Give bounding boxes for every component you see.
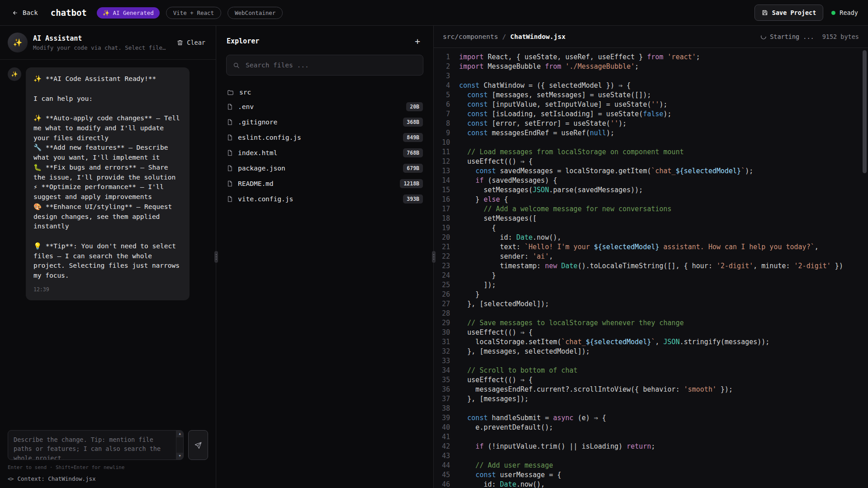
code-line-28[interactable]: 28 — [434, 309, 868, 318]
code-line-46[interactable]: 46 id: Date.now(), — [434, 480, 868, 488]
code-line-33[interactable]: 33 — [434, 356, 868, 366]
file-name: src — [239, 89, 251, 96]
code-line-6[interactable]: 6 const [inputValue, setInputValue] = us… — [434, 100, 868, 109]
code-line-34[interactable]: 34 // Scroll to bottom of chat — [434, 366, 868, 375]
code-line-43[interactable]: 43 — [434, 451, 868, 461]
save-project-button[interactable]: Save Project — [754, 5, 824, 21]
line-content: localStorage.setItem(`chat_${selectedMod… — [459, 337, 769, 347]
line-number: 33 — [434, 356, 459, 366]
chat-input[interactable] — [8, 431, 176, 460]
code-line-4[interactable]: 4const ChatWindow = ({ selectedModel }) … — [434, 81, 868, 90]
code-line-27[interactable]: 27 }, [selectedModel]); — [434, 299, 868, 309]
line-content: useEffect(() ⇒ { — [459, 328, 533, 337]
file-row-.gitignore[interactable]: .gitignore368B — [222, 114, 428, 130]
code-line-40[interactable]: 40 e.preventDefault(); — [434, 423, 868, 432]
panel-resize-handle[interactable] — [214, 251, 218, 263]
search-input[interactable] — [245, 61, 417, 69]
code-line-14[interactable]: 14 if (savedMessages) { — [434, 176, 868, 185]
back-button[interactable]: Back — [10, 6, 40, 19]
file-name: package.json — [238, 165, 285, 172]
line-content: const [messages, setMessages] = useState… — [459, 90, 651, 100]
code-line-42[interactable]: 42 if (!inputValue.trim() || isLoading) … — [434, 442, 868, 451]
code-line-12[interactable]: 12 useEffect(() ⇒ { — [434, 157, 868, 166]
chat-messages-scroll[interactable]: ✨ ✨ **AI Code Assistant Ready!**I can he… — [0, 60, 216, 424]
code-line-26[interactable]: 26 } — [434, 290, 868, 299]
code-line-21[interactable]: 21 text: `Hello! I'm your ${selectedMode… — [434, 242, 868, 252]
chat-message-text: ✨ **AI Code Assistant Ready!**I can help… — [33, 74, 182, 281]
file-icon — [227, 195, 233, 203]
line-content: // Load messages from localStorage on co… — [459, 147, 684, 157]
line-content: { — [459, 223, 496, 233]
code-line-36[interactable]: 36 messagesEndRef.current?.scrollIntoVie… — [434, 385, 868, 394]
code-line-35[interactable]: 35 useEffect(() ⇒ { — [434, 375, 868, 385]
file-icon — [227, 149, 233, 156]
code-line-29[interactable]: 29 // Save messages to localStorage when… — [434, 318, 868, 328]
folder-row-src[interactable]: src — [222, 85, 428, 99]
line-content: text: `Hello! I'm your ${selectedModel} … — [459, 242, 819, 252]
code-line-41[interactable]: 41 — [434, 432, 868, 442]
code-line-15[interactable]: 15 setMessages(JSON.parse(savedMessages)… — [434, 185, 868, 195]
line-content: const [isLoading, setIsLoading] = useSta… — [459, 109, 672, 119]
file-row-README.md[interactable]: README.md1218B — [222, 176, 428, 191]
code-line-16[interactable]: 16 } else { — [434, 195, 868, 204]
code-line-9[interactable]: 9 const messagesEndRef = useRef(null); — [434, 128, 868, 138]
code-editor[interactable]: 1import React, { useState, useRef, useEf… — [434, 48, 868, 488]
send-button[interactable] — [188, 430, 208, 460]
file-row-.env[interactable]: .env20B — [222, 99, 428, 114]
code-line-22[interactable]: 22 sender: 'ai', — [434, 252, 868, 261]
line-content: import React, { useState, useRef, useEff… — [459, 52, 700, 62]
code-line-17[interactable]: 17 // Add a welcome message for new conv… — [434, 204, 868, 214]
line-content: useEffect(() ⇒ { — [459, 157, 533, 166]
scroll-down-icon[interactable]: ▼ — [176, 453, 183, 460]
clear-chat-button[interactable]: Clear — [174, 36, 208, 49]
scroll-up-icon[interactable]: ▲ — [176, 431, 183, 437]
file-row-vite.config.js[interactable]: vite.config.js393B — [222, 191, 428, 207]
sparkle-icon: ✨ — [103, 9, 110, 16]
code-line-13[interactable]: 13 const savedMessages = localStorage.ge… — [434, 166, 868, 176]
file-size-badge: 849B — [403, 133, 423, 142]
code-line-44[interactable]: 44 // Add user message — [434, 461, 868, 470]
line-number: 29 — [434, 318, 459, 328]
code-line-7[interactable]: 7 const [isLoading, setIsLoading] = useS… — [434, 109, 868, 119]
code-line-18[interactable]: 18 setMessages([ — [434, 214, 868, 223]
code-line-30[interactable]: 30 useEffect(() ⇒ { — [434, 328, 868, 337]
runtime-badge: WebContainer — [228, 7, 283, 19]
code-line-20[interactable]: 20 id: Date.now(), — [434, 233, 868, 242]
code-line-10[interactable]: 10 — [434, 138, 868, 147]
code-line-37[interactable]: 37 }, [messages]); — [434, 394, 868, 404]
code-line-31[interactable]: 31 localStorage.setItem(`chat_${selected… — [434, 337, 868, 347]
file-row-eslint.config.js[interactable]: eslint.config.js849B — [222, 130, 428, 145]
line-number: 34 — [434, 366, 459, 375]
code-line-5[interactable]: 5 const [messages, setMessages] = useSta… — [434, 90, 868, 100]
code-line-2[interactable]: 2import MessageBubble from './MessageBub… — [434, 62, 868, 71]
line-content: const [inputValue, setInputValue] = useS… — [459, 100, 668, 109]
file-row-index.html[interactable]: index.html768B — [222, 145, 428, 161]
code-line-25[interactable]: 25 ]); — [434, 280, 868, 290]
code-line-32[interactable]: 32 }, [messages, selectedModel]); — [434, 347, 868, 356]
code-line-3[interactable]: 3 — [434, 71, 868, 81]
line-content: }, [messages, selectedModel]); — [459, 347, 590, 356]
code-line-24[interactable]: 24 } — [434, 271, 868, 280]
status-label: Ready — [840, 9, 858, 16]
file-search-box — [226, 55, 423, 76]
line-content: const [error, setError] = useState(''); — [459, 119, 626, 128]
code-line-8[interactable]: 8 const [error, setError] = useState('')… — [434, 119, 868, 128]
panel-resize-handle[interactable] — [432, 251, 436, 263]
line-number: 10 — [434, 138, 459, 147]
editor-scrollbar-thumb[interactable] — [863, 50, 867, 173]
code-line-23[interactable]: 23 timestamp: new Date().toLocaleTimeStr… — [434, 261, 868, 271]
add-file-button[interactable]: + — [412, 36, 423, 47]
code-line-39[interactable]: 39 const handleSubmit = async (e) ⇒ { — [434, 413, 868, 423]
code-line-45[interactable]: 45 const userMessage = { — [434, 470, 868, 480]
explorer-panel: Explorer + src.env20B.gitignore368Beslin… — [216, 26, 434, 488]
message-paragraph: 🔧 **Add new features** — Describe what y… — [33, 143, 182, 163]
code-line-11[interactable]: 11 // Load messages from localStorage on… — [434, 147, 868, 157]
code-line-19[interactable]: 19 { — [434, 223, 868, 233]
message-paragraph: ✨ **Auto-apply code changes** — Tell me … — [33, 114, 182, 143]
breadcrumb: src/components / ChatWindow.jsx — [443, 33, 565, 40]
file-row-package.json[interactable]: package.json679B — [222, 161, 428, 176]
code-line-38[interactable]: 38 — [434, 404, 868, 413]
code-line-1[interactable]: 1import React, { useState, useRef, useEf… — [434, 52, 868, 62]
ai-generated-badge: ✨ AI Generated — [97, 7, 160, 19]
textarea-scrollbar[interactable]: ▲ ▼ — [176, 431, 183, 460]
